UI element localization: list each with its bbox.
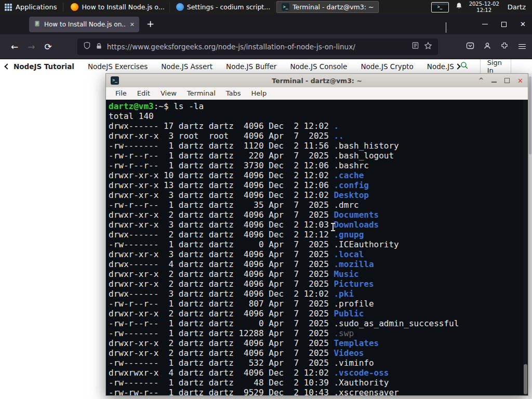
tab-title: How to Install Node.js on... bbox=[44, 21, 126, 28]
terminal-output-line: drwxr-xr-x 10 dartz dartz 4096 Dec 2 12:… bbox=[109, 170, 525, 180]
terminal-content[interactable]: dartz@vm3:~$ ls -latotal 140drwx------ 1… bbox=[106, 100, 528, 395]
pocket-icon[interactable] bbox=[466, 42, 474, 52]
terminal-output-line: drwxr-xr-x 3 root root 4096 Apr 7 2025 .… bbox=[109, 131, 525, 141]
page-nav-item[interactable]: Node.JS Console bbox=[290, 62, 347, 71]
file-name: . bbox=[334, 121, 339, 131]
page-nav-item[interactable]: NodeJS Tutorial bbox=[14, 62, 74, 71]
page-scrollbar-thumb[interactable] bbox=[529, 76, 531, 154]
page-scrollbar[interactable] bbox=[528, 73, 532, 399]
lock-icon[interactable] bbox=[96, 42, 102, 51]
file-meta: drwxr-xr-x 2 dartz dartz 4096 Apr 7 2025 bbox=[109, 338, 334, 348]
file-name: .cache bbox=[334, 170, 364, 180]
browser-window-controls: ✕ bbox=[482, 14, 526, 34]
terminal-menu-tabs[interactable]: Tabs bbox=[221, 89, 246, 97]
page-nav-item[interactable]: Node.JS DNS bbox=[427, 62, 456, 71]
panel-window-button-label: Terminal - dartz@vm3: ~ bbox=[292, 3, 374, 11]
browser-tab[interactable]: How to Install Node.js on... ✕ bbox=[29, 17, 139, 32]
tab-favicon bbox=[34, 20, 41, 29]
terminal-menu-file[interactable]: File bbox=[110, 89, 132, 97]
file-name: Documents bbox=[334, 210, 379, 220]
terminal-icon: >_ bbox=[282, 3, 289, 11]
extensions-icon[interactable] bbox=[500, 42, 509, 52]
nav-scroll-left-icon[interactable] bbox=[4, 63, 10, 69]
panel-right: >_ 2025-12-02 12:12 Dartz bbox=[431, 1, 532, 13]
terminal-maximize-button[interactable] bbox=[504, 78, 510, 83]
terminal-menu-edit[interactable]: Edit bbox=[132, 89, 155, 97]
applications-menu[interactable]: Applications bbox=[0, 0, 61, 14]
reader-mode-icon[interactable] bbox=[411, 42, 419, 51]
file-meta: -rw-rw-r-- 1 dartz dartz 9529 Dec 2 10:4… bbox=[109, 388, 334, 395]
tracking-shield-icon[interactable] bbox=[83, 42, 91, 51]
terminal-menu-terminal[interactable]: Terminal bbox=[182, 89, 221, 97]
terminal-scrollbar-thumb[interactable] bbox=[524, 364, 527, 394]
account-icon[interactable] bbox=[483, 42, 491, 52]
browser-minimize-button[interactable] bbox=[482, 24, 488, 24]
file-meta: drwx------ 17 dartz dartz 4096 Dec 2 12:… bbox=[109, 121, 334, 131]
terminal-minimize-button[interactable] bbox=[491, 82, 497, 83]
file-name: .sudo_as_admin_successful bbox=[334, 318, 459, 328]
terminal-output-line: drwxr-xr-x 13 dartz dartz 4096 Dec 2 12:… bbox=[109, 180, 525, 190]
terminal-prompt-line: dartz@vm3:~$ ls -la bbox=[109, 101, 525, 111]
terminal-window-controls: ^ ✕ bbox=[478, 77, 523, 85]
browser-maximize-button[interactable] bbox=[501, 22, 507, 27]
forward-button[interactable]: → bbox=[28, 42, 35, 52]
terminal-menu-view[interactable]: View bbox=[155, 89, 182, 97]
page-nav-item[interactable]: Node.JS Assert bbox=[161, 62, 212, 71]
panel-window-button[interactable]: >_Terminal - dartz@vm3: ~ bbox=[276, 1, 379, 13]
terminal-output-line: -rw-rw-r-- 1 dartz dartz 9529 Dec 2 10:4… bbox=[109, 388, 525, 395]
terminal-total-line: total 140 bbox=[109, 111, 525, 121]
tab-close-icon[interactable]: ✕ bbox=[130, 21, 135, 28]
notification-bell-icon[interactable] bbox=[455, 2, 463, 12]
search-icon[interactable] bbox=[460, 61, 469, 72]
panel-window-button[interactable]: How to Install Node.js o... bbox=[65, 1, 169, 13]
terminal-menubar: FileEditViewTerminalTabsHelp bbox=[106, 87, 528, 100]
terminal-close-button[interactable]: ✕ bbox=[517, 77, 523, 85]
file-name: .. bbox=[334, 131, 343, 141]
page-strip-right: Sign In bbox=[460, 59, 527, 73]
panel-clock[interactable]: 2025-12-02 12:12 bbox=[469, 1, 499, 13]
terminal-menu-help[interactable]: Help bbox=[246, 89, 272, 97]
terminal-output-line: -rw------- 1 dartz dartz 0 Apr 7 2025 .I… bbox=[109, 240, 525, 249]
window-button-list: How to Install Node.js o...Settings - co… bbox=[65, 0, 379, 14]
file-meta: -rw------- 1 dartz dartz 0 Apr 7 2025 bbox=[109, 240, 334, 249]
file-meta: drwxr-xr-x 3 root root 4096 Apr 7 2025 bbox=[109, 131, 334, 141]
terminal-titlebar[interactable]: >_ Terminal - dartz@vm3: ~ ^ ✕ bbox=[106, 74, 528, 87]
bookmark-star-icon[interactable] bbox=[424, 42, 432, 52]
chevron-down-icon bbox=[446, 22, 446, 33]
codium-icon bbox=[176, 3, 184, 11]
terminal-output-line: drwxr-xr-x 3 dartz dartz 4096 Dec 2 12:0… bbox=[109, 220, 525, 230]
page-nav-items: NodeJS TutorialNodeJS ExercisesNode.JS A… bbox=[11, 62, 456, 71]
panel-user-label[interactable]: Dartz bbox=[506, 3, 528, 11]
new-tab-button[interactable]: + bbox=[147, 18, 154, 30]
menu-hamburger-icon[interactable] bbox=[518, 44, 526, 49]
back-button[interactable]: ← bbox=[11, 42, 18, 52]
browser-close-button[interactable]: ✕ bbox=[520, 20, 526, 28]
terminal-output-line: drwx------ 4 dartz dartz 4096 Apr 7 2025… bbox=[109, 259, 525, 269]
sign-in-button[interactable]: Sign In bbox=[480, 59, 511, 73]
url-text[interactable]: https://www.geeksforgeeks.org/node-js/in… bbox=[107, 43, 407, 51]
terminal-output: dartz@vm3:~$ ls -latotal 140drwx------ 1… bbox=[106, 100, 528, 395]
panel-window-button[interactable]: Settings - codium script... bbox=[171, 1, 275, 13]
reload-button[interactable]: ⟳ bbox=[45, 42, 52, 52]
terminal-output-line: -rw------- 1 dartz dartz 12288 Apr 7 202… bbox=[109, 328, 525, 338]
url-bar[interactable]: https://www.geeksforgeeks.org/node-js/in… bbox=[77, 38, 438, 55]
file-meta: drwxr-xr-x 3 dartz dartz 4096 Apr 7 2025 bbox=[109, 249, 334, 259]
terminal-output-line: -rw-r--r-- 1 dartz dartz 0 Apr 7 2025 .s… bbox=[109, 318, 525, 328]
page-nav-item[interactable]: NodeJS Exercises bbox=[88, 62, 148, 71]
terminal-output-line: drwx------ 2 dartz dartz 4096 Dec 2 12:1… bbox=[109, 230, 525, 240]
terminal-scrollbar[interactable] bbox=[523, 100, 528, 395]
file-meta: drwx------ 3 dartz dartz 4096 Dec 2 12:0… bbox=[109, 289, 334, 299]
file-meta: drwxr-xr-x 2 dartz dartz 4096 Apr 7 2025 bbox=[109, 210, 334, 220]
terminal-shade-button[interactable]: ^ bbox=[478, 78, 484, 83]
terminal-window-icon: >_ bbox=[111, 76, 119, 85]
page-nav-item[interactable]: Node.JS Buffer bbox=[226, 62, 276, 71]
mouse-cursor bbox=[330, 223, 336, 231]
page-nav-item[interactable]: Node.JS Crypto bbox=[361, 62, 413, 71]
terminal-output-line: -rw-r--r-- 1 dartz dartz 35 Apr 7 2025 .… bbox=[109, 200, 525, 210]
applications-label: Applications bbox=[16, 3, 57, 11]
tray-terminal-icon[interactable]: >_ bbox=[431, 2, 449, 12]
file-meta: drwxr-xr-x 3 dartz dartz 4096 Dec 2 12:0… bbox=[109, 220, 334, 230]
file-meta: drwxr-xr-x 10 dartz dartz 4096 Dec 2 12:… bbox=[109, 170, 334, 180]
panel-window-button-label: Settings - codium script... bbox=[187, 3, 270, 11]
list-all-tabs-button[interactable] bbox=[446, 22, 446, 32]
